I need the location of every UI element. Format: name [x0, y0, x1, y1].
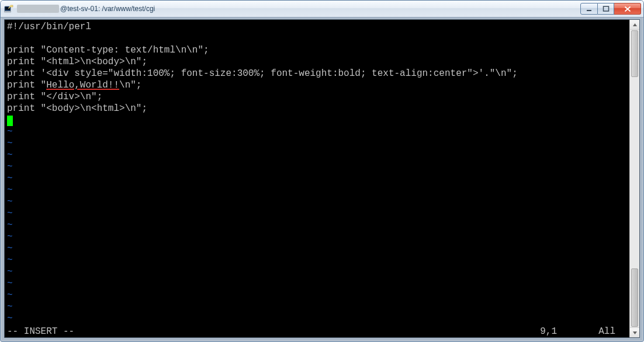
minimize-button[interactable] — [580, 3, 598, 15]
vim-status-line: -- INSERT -- 9,1 All — [5, 326, 629, 337]
terminal-cursor — [7, 116, 13, 126]
svg-rect-3 — [5, 11, 11, 12]
svg-rect-4 — [587, 10, 591, 11]
titlebar[interactable]: ████████ @test-sv-01: /var/www/test/cgi — [1, 1, 643, 18]
svg-rect-5 — [603, 6, 608, 11]
window-controls — [580, 3, 641, 15]
titlebar-user-obscured: ████████ — [17, 5, 59, 13]
close-button[interactable] — [614, 3, 641, 15]
window-frame: ████████ @test-sv-01: /var/www/test/cgi … — [0, 0, 644, 342]
window-title: @test-sv-01: /var/www/test/cgi — [60, 5, 155, 13]
client-area: #!/usr/bin/perl print "Content-type: tex… — [4, 19, 640, 338]
maximize-button[interactable] — [598, 3, 614, 15]
putty-icon — [4, 4, 13, 13]
vim-mode: -- INSERT -- — [7, 326, 74, 337]
scroll-down-arrow-icon[interactable] — [630, 327, 639, 337]
vertical-scrollbar[interactable] — [629, 20, 639, 337]
scroll-thumb[interactable] — [631, 30, 638, 77]
scroll-up-arrow-icon[interactable] — [630, 20, 639, 30]
terminal[interactable]: #!/usr/bin/perl print "Content-type: tex… — [5, 20, 629, 337]
vim-view-percentage: All — [598, 326, 615, 337]
svg-rect-2 — [11, 5, 13, 7]
scroll-thumb-secondary[interactable] — [631, 268, 638, 327]
